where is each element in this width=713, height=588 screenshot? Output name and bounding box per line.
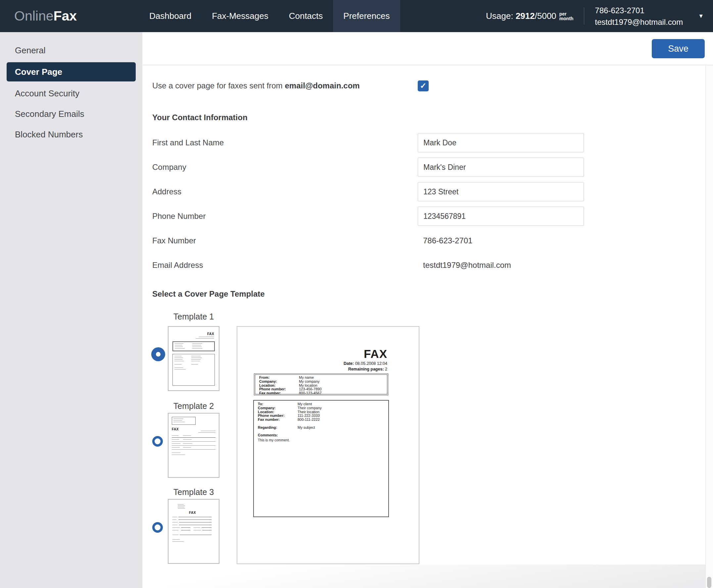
- logo-text-fax: Fax: [53, 8, 77, 24]
- contact-info-form: First and Last Name Company Address Phon…: [152, 130, 713, 277]
- form-row-address: Address: [152, 180, 713, 204]
- fax-number-value: 786-623-2701: [418, 236, 472, 245]
- radio-dot: [156, 352, 160, 357]
- preview-comment-text: This is my comment.: [258, 438, 388, 442]
- company-label: Company: [152, 163, 418, 172]
- use-cover-page-row: Use a cover page for faxes sent fromemai…: [152, 79, 713, 93]
- usage-indicator: Usage: 2912/5000 per month: [486, 11, 573, 21]
- save-toolbar: Save: [142, 32, 713, 65]
- sidebar-item-account-security[interactable]: Account Security: [0, 83, 142, 104]
- chevron-down-icon[interactable]: ▼: [698, 13, 704, 20]
- preview-fax-title: FAX: [364, 347, 387, 360]
- template-1-thumbnail[interactable]: FAX: [168, 326, 219, 391]
- template-2-radio[interactable]: [152, 436, 163, 447]
- main-nav: Dashboard Fax-Messages Contacts Preferen…: [139, 0, 400, 32]
- usage-total: 5000: [537, 11, 557, 21]
- template-3-label: Template 3: [168, 487, 219, 498]
- save-button[interactable]: Save: [652, 39, 705, 58]
- account-info[interactable]: 786-623-2701 testdt1979@hotmail.com: [595, 5, 683, 28]
- check-icon: ✓: [420, 82, 426, 90]
- template-2-thumbnail[interactable]: FAX: [168, 413, 219, 478]
- form-row-phone: Phone Number: [152, 204, 713, 228]
- account-email: testdt1979@hotmail.com: [595, 16, 683, 28]
- logo-text-online: Online: [14, 8, 53, 24]
- template-selection: Template 1 FAX: [152, 300, 713, 582]
- online-fax-preferences-page: OnlineFax Dashboard Fax-Messages Contact…: [0, 0, 713, 588]
- preview-remaining-line: Remaining pages: 2: [348, 367, 387, 372]
- phone-label: Phone Number: [152, 212, 418, 221]
- preview-regarding-row: Regarding:My subject: [258, 426, 388, 430]
- header-divider: [584, 7, 584, 25]
- sidebar-item-secondary-emails[interactable]: Secondary Emails: [0, 104, 142, 124]
- nav-preferences[interactable]: Preferences: [333, 0, 400, 32]
- header-right-cluster: Usage: 2912/5000 per month 786-623-2701 …: [486, 0, 713, 32]
- mini-fax-title: FAX: [172, 427, 179, 431]
- template-3-radio[interactable]: [152, 522, 163, 533]
- address-label: Address: [152, 187, 418, 196]
- template-heading: Select a Cover Page Template: [152, 289, 713, 299]
- sender-email-bold: email@domain.com: [285, 81, 360, 90]
- usage-separator: /: [535, 11, 537, 21]
- nav-dashboard[interactable]: Dashboard: [139, 0, 201, 32]
- name-field[interactable]: [418, 133, 584, 152]
- name-label: First and Last Name: [152, 138, 418, 147]
- cover-page-settings: Use a cover page for faxes sent fromemai…: [142, 79, 713, 582]
- main-panel: Save Use a cover page for faxes sent fro…: [142, 32, 713, 588]
- nav-contacts[interactable]: Contacts: [279, 0, 333, 32]
- template-preview: FAX Date: 08.05.2008 12:04 Remaining pag…: [237, 326, 419, 564]
- mini-fax-title: FAX: [207, 332, 214, 336]
- sidebar-item-blocked-numbers[interactable]: Blocked Numbers: [0, 124, 142, 145]
- preview-date-line: Date: 08.05.2008 12:04: [344, 361, 387, 366]
- email-address-label: Email Address: [152, 260, 418, 270]
- phone-field[interactable]: [418, 207, 584, 226]
- use-cover-page-checkbox[interactable]: ✓: [418, 81, 429, 91]
- address-field[interactable]: [418, 182, 584, 201]
- app-logo[interactable]: OnlineFax: [14, 0, 77, 32]
- cover-page-toggle-label: Use a cover page for faxes sent fromemai…: [152, 81, 418, 90]
- fax-number-label: Fax Number: [152, 236, 418, 245]
- nav-fax-messages[interactable]: Fax-Messages: [201, 0, 279, 32]
- preview-from-block: From:My name Company:My company Location…: [254, 374, 388, 395]
- template-1-radio[interactable]: [151, 347, 165, 361]
- template-1-label: Template 1: [168, 312, 219, 322]
- template-2-label: Template 2: [168, 401, 219, 412]
- template-3-thumbnail[interactable]: FAX: [168, 499, 219, 564]
- form-row-company: Company: [152, 155, 713, 180]
- preview-comments-label-row: Comments:: [258, 434, 388, 437]
- preview-to-block: To:My client Company:Their company Locat…: [253, 400, 389, 517]
- preferences-sidebar: General Cover Page Account Security Seco…: [0, 32, 142, 588]
- company-field[interactable]: [418, 158, 584, 177]
- sidebar-item-cover-page[interactable]: Cover Page: [7, 62, 136, 81]
- contact-info-heading: Your Contact Information: [152, 113, 713, 123]
- email-address-value: testdt1979@hotmail.com: [418, 260, 511, 270]
- usage-used: 2912: [516, 11, 535, 21]
- sidebar-item-general[interactable]: General: [0, 40, 142, 61]
- usage-label: Usage:: [486, 11, 513, 21]
- usage-per-month: per month: [559, 12, 574, 21]
- account-phone: 786-623-2701: [595, 5, 683, 16]
- form-row-name: First and Last Name: [152, 130, 713, 155]
- form-row-fax-number: Fax Number 786-623-2701: [152, 228, 713, 253]
- mini-fax-title: FAX: [189, 511, 196, 514]
- top-navbar: OnlineFax Dashboard Fax-Messages Contact…: [0, 0, 713, 32]
- form-row-email-address: Email Address testdt1979@hotmail.com: [152, 253, 713, 277]
